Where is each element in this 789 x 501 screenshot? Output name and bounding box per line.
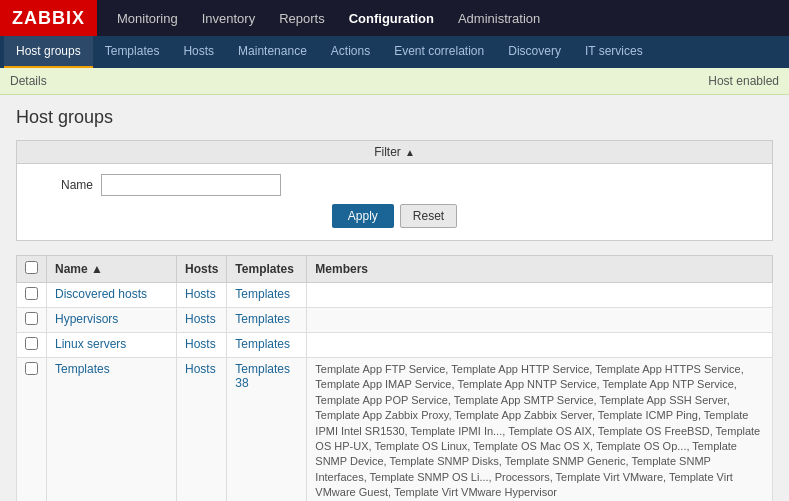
table-header-row: Name ▲ Hosts Templates Members xyxy=(17,256,773,283)
sub-nav-hosts[interactable]: Hosts xyxy=(171,36,226,68)
page-content: Host groups Filter ▲ Name Apply Reset xyxy=(0,95,789,501)
status-enabled-label: Host enabled xyxy=(708,74,779,88)
nav-item-administration[interactable]: Administration xyxy=(446,0,552,36)
top-nav-items: Monitoring Inventory Reports Configurati… xyxy=(105,0,552,36)
row-checkbox[interactable] xyxy=(25,337,38,350)
host-groups-table: Name ▲ Hosts Templates Members Discovere… xyxy=(16,255,773,501)
th-name-label: Name ▲ xyxy=(55,262,103,276)
sub-nav-templates[interactable]: Templates xyxy=(93,36,172,68)
filter-section: Filter ▲ Name Apply Reset xyxy=(16,140,773,241)
th-hosts: Hosts xyxy=(177,256,227,283)
th-hosts-label: Hosts xyxy=(185,262,218,276)
row-checkbox-cell xyxy=(17,358,47,502)
row-templates-link[interactable]: Templates xyxy=(235,337,290,351)
sub-nav-maintenance[interactable]: Maintenance xyxy=(226,36,319,68)
logo-area: ZABBIX xyxy=(0,0,97,36)
filter-name-input[interactable] xyxy=(101,174,281,196)
table-row: Linux serversHostsTemplates xyxy=(17,333,773,358)
row-templates-cell: Templates xyxy=(227,283,307,308)
row-name-cell: Hypervisors xyxy=(47,308,177,333)
filter-header[interactable]: Filter ▲ xyxy=(17,141,772,164)
row-name-link[interactable]: Linux servers xyxy=(55,337,126,351)
status-bar: Details Host enabled xyxy=(0,68,789,95)
table-row: Discovered hostsHostsTemplates xyxy=(17,283,773,308)
row-templates-cell: Templates xyxy=(227,308,307,333)
th-checkbox xyxy=(17,256,47,283)
nav-item-reports[interactable]: Reports xyxy=(267,0,337,36)
row-checkbox[interactable] xyxy=(25,362,38,375)
th-members-label: Members xyxy=(315,262,368,276)
row-hosts-cell: Hosts xyxy=(177,308,227,333)
th-members: Members xyxy=(307,256,773,283)
th-templates: Templates xyxy=(227,256,307,283)
row-checkbox-cell xyxy=(17,308,47,333)
table-row: TemplatesHostsTemplates 38Template App F… xyxy=(17,358,773,502)
filter-buttons: Apply Reset xyxy=(33,204,756,228)
table-row: HypervisorsHostsTemplates xyxy=(17,308,773,333)
select-all-checkbox[interactable] xyxy=(25,261,38,274)
th-templates-label: Templates xyxy=(235,262,293,276)
page-title: Host groups xyxy=(16,107,773,128)
row-members-cell xyxy=(307,333,773,358)
logo: ZABBIX xyxy=(12,8,85,29)
sub-nav-event-correlation[interactable]: Event correlation xyxy=(382,36,496,68)
filter-arrow-icon: ▲ xyxy=(405,147,415,158)
row-name-cell: Discovered hosts xyxy=(47,283,177,308)
row-members-cell: Template App FTP Service, Template App H… xyxy=(307,358,773,502)
row-templates-cell: Templates 38 xyxy=(227,358,307,502)
row-members-text: Template App FTP Service, Template App H… xyxy=(315,363,760,498)
sub-nav-discovery[interactable]: Discovery xyxy=(496,36,573,68)
filter-name-label: Name xyxy=(33,178,93,192)
row-hosts-cell: Hosts xyxy=(177,358,227,502)
reset-button[interactable]: Reset xyxy=(400,204,457,228)
status-details-label: Details xyxy=(10,74,47,88)
row-templates-cell: Templates xyxy=(227,333,307,358)
filter-body: Name Apply Reset xyxy=(17,164,772,240)
sub-navbar: Host groups Templates Hosts Maintenance … xyxy=(0,36,789,68)
row-templates-link[interactable]: Templates 38 xyxy=(235,362,290,390)
row-hosts-link[interactable]: Hosts xyxy=(185,287,216,301)
row-checkbox[interactable] xyxy=(25,312,38,325)
row-hosts-cell: Hosts xyxy=(177,283,227,308)
row-checkbox-cell xyxy=(17,333,47,358)
row-name-cell: Templates xyxy=(47,358,177,502)
row-hosts-link[interactable]: Hosts xyxy=(185,312,216,326)
sub-nav-actions[interactable]: Actions xyxy=(319,36,382,68)
row-members-cell xyxy=(307,283,773,308)
th-name[interactable]: Name ▲ xyxy=(47,256,177,283)
row-members-cell xyxy=(307,308,773,333)
filter-name-row: Name xyxy=(33,174,756,196)
nav-item-configuration[interactable]: Configuration xyxy=(337,0,446,36)
top-navbar: ZABBIX Monitoring Inventory Reports Conf… xyxy=(0,0,789,36)
row-name-link[interactable]: Templates xyxy=(55,362,110,376)
filter-header-label: Filter xyxy=(374,145,401,159)
apply-button[interactable]: Apply xyxy=(332,204,394,228)
row-templates-link[interactable]: Templates xyxy=(235,287,290,301)
row-templates-link[interactable]: Templates xyxy=(235,312,290,326)
row-name-link[interactable]: Hypervisors xyxy=(55,312,118,326)
row-name-link[interactable]: Discovered hosts xyxy=(55,287,147,301)
sub-nav-host-groups[interactable]: Host groups xyxy=(4,36,93,68)
sub-nav-it-services[interactable]: IT services xyxy=(573,36,655,68)
row-hosts-link[interactable]: Hosts xyxy=(185,337,216,351)
row-checkbox-cell xyxy=(17,283,47,308)
nav-item-monitoring[interactable]: Monitoring xyxy=(105,0,190,36)
row-hosts-link[interactable]: Hosts xyxy=(185,362,216,376)
row-hosts-cell: Hosts xyxy=(177,333,227,358)
row-checkbox[interactable] xyxy=(25,287,38,300)
nav-item-inventory[interactable]: Inventory xyxy=(190,0,267,36)
row-name-cell: Linux servers xyxy=(47,333,177,358)
